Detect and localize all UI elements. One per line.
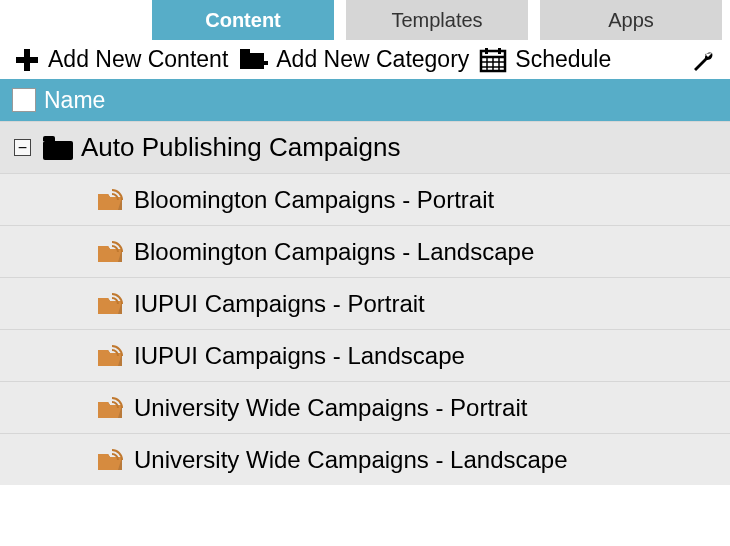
button-label: Schedule [515, 46, 611, 73]
feed-folder-icon [96, 292, 124, 316]
tree-child-row[interactable]: University Wide Campaigns - Portrait [0, 381, 730, 433]
tree-child-label: Bloomington Campaigns - Landscape [134, 238, 534, 266]
plus-icon [14, 47, 40, 73]
tree-child-row[interactable]: Bloomington Campaigns - Landscape [0, 225, 730, 277]
svg-rect-5 [260, 57, 264, 69]
button-label: Add New Category [276, 46, 469, 73]
calendar-icon [479, 47, 507, 73]
feed-folder-icon [96, 344, 124, 368]
tree-child-label: IUPUI Campaigns - Portrait [134, 290, 425, 318]
tab-label: Content [205, 9, 281, 32]
select-all-checkbox[interactable] [12, 88, 36, 112]
feed-folder-icon [96, 448, 124, 472]
tree-child-row[interactable]: University Wide Campaigns - Landscape [0, 433, 730, 485]
tab-content[interactable]: Content [152, 0, 334, 40]
tab-label: Templates [391, 9, 482, 32]
svg-rect-8 [485, 48, 488, 54]
wrench-icon [690, 47, 716, 73]
tree-child-label: IUPUI Campaigns - Landscape [134, 342, 465, 370]
tree-root-row[interactable]: − Auto Publishing Campaigns [0, 121, 730, 173]
tree-child-label: University Wide Campaigns - Portrait [134, 394, 527, 422]
add-new-content-button[interactable]: Add New Content [14, 46, 228, 73]
feed-folder-icon [96, 188, 124, 212]
tab-strip: Content Templates Apps [0, 0, 730, 40]
column-header: Name [0, 79, 730, 121]
tree-child-row[interactable]: IUPUI Campaigns - Landscape [0, 329, 730, 381]
settings-button[interactable] [690, 47, 716, 73]
folder-plus-icon [238, 47, 268, 73]
toolbar: Add New Content Add New Category [0, 40, 730, 79]
svg-rect-9 [498, 48, 501, 54]
tree-root-label: Auto Publishing Campaigns [81, 132, 400, 163]
tree-child-label: University Wide Campaigns - Landscape [134, 446, 568, 474]
add-new-category-button[interactable]: Add New Category [238, 46, 469, 73]
feed-folder-icon [96, 240, 124, 264]
content-tree: − Auto Publishing Campaigns Bloomington … [0, 121, 730, 485]
tree-child-row[interactable]: IUPUI Campaigns - Portrait [0, 277, 730, 329]
svg-rect-1 [16, 57, 38, 63]
button-label: Add New Content [48, 46, 228, 73]
tab-apps[interactable]: Apps [540, 0, 722, 40]
feed-folder-icon [96, 396, 124, 420]
tree-child-row[interactable]: Bloomington Campaigns - Portrait [0, 173, 730, 225]
tab-label: Apps [608, 9, 654, 32]
tree-child-label: Bloomington Campaigns - Portrait [134, 186, 494, 214]
schedule-button[interactable]: Schedule [479, 46, 611, 73]
column-header-label: Name [44, 87, 105, 114]
tab-templates[interactable]: Templates [346, 0, 528, 40]
folder-icon [43, 136, 73, 160]
collapse-icon[interactable]: − [14, 139, 31, 156]
